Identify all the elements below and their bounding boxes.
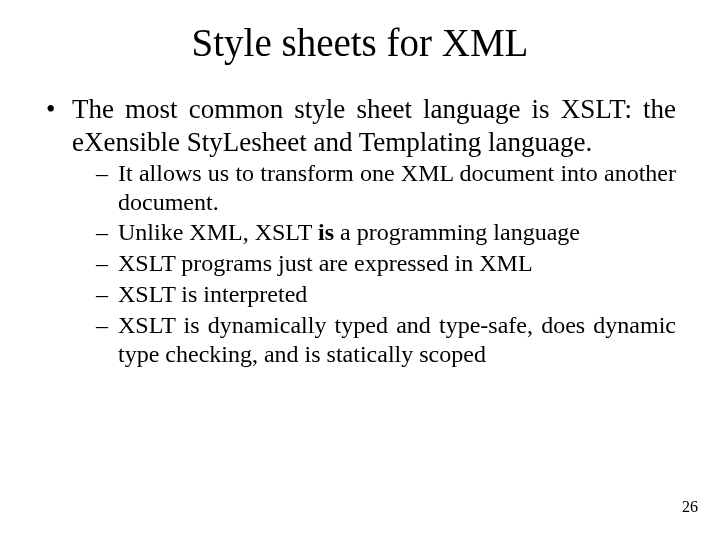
sub-bullet-item: XSLT is dynamically typed and type-safe,… [96,311,676,369]
sub-bullet-text: XSLT is dynamically typed and type-safe,… [118,312,676,367]
sub-bullet-text: Unlike XML, XSLT is a programming langua… [118,219,580,245]
sub-bullet-text: XSLT is interpreted [118,281,307,307]
sub-bullet-item: XSLT programs just are expressed in XML [96,249,676,278]
bullet-list-level1: The most common style sheet language is … [44,93,676,368]
sub-bullet-text: XSLT programs just are expressed in XML [118,250,533,276]
sub-bullet-item: It allows us to transform one XML docume… [96,159,676,217]
bullet-item: The most common style sheet language is … [44,93,676,368]
bullet-list-level2: It allows us to transform one XML docume… [72,159,676,369]
sub-bullet-item: XSLT is interpreted [96,280,676,309]
sub-bullet-item: Unlike XML, XSLT is a programming langua… [96,218,676,247]
slide-title: Style sheets for XML [44,20,676,65]
sub-bullet-text: It allows us to transform one XML docume… [118,160,676,215]
slide: Style sheets for XML The most common sty… [0,0,720,540]
bullet-text: The most common style sheet language is … [72,94,676,157]
slide-number: 26 [682,498,698,516]
